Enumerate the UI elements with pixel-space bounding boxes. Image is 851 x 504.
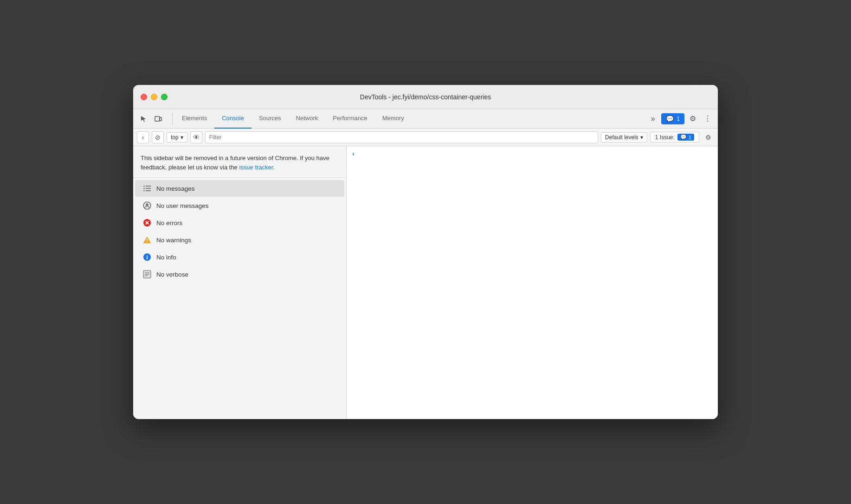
maximize-button[interactable] [161,94,168,100]
svg-text:i: i [146,254,148,261]
more-tabs-btn[interactable]: » [646,112,659,125]
tab-console[interactable]: Console [214,109,251,129]
warning-icon: ! [142,235,152,245]
issue-badge[interactable]: 💬 1 [661,113,684,124]
context-selector[interactable]: top ▾ [167,132,187,142]
tab-performance[interactable]: Performance [325,109,374,129]
verbose-icon [142,270,152,279]
issue-count-inner: 💬 1 [677,134,694,141]
console-prompt-chevron[interactable]: › [352,150,355,157]
main-content: This sidebar will be removed in a future… [133,146,718,419]
cursor-icon-btn[interactable] [137,112,150,125]
devtools-window: DevTools - jec.fyi/demo/css-container-qu… [133,85,718,419]
issue-tracker-link[interactable]: issue tracker [239,164,273,171]
console-prompt-area: › [347,146,718,161]
error-icon [142,218,152,227]
more-options-btn[interactable]: ⋮ [701,112,714,125]
console-settings-btn[interactable]: ⚙ [702,131,714,143]
close-button[interactable] [141,94,147,100]
filter-item-info[interactable]: i No info [135,249,344,265]
filter-item-errors[interactable]: No errors [135,214,344,231]
info-icon: i [142,252,152,262]
filter-item-user[interactable]: No user messages [135,197,344,214]
filter-item-warnings[interactable]: ! No warnings [135,232,344,248]
tab-elements[interactable]: Elements [174,109,214,129]
svg-rect-1 [160,117,161,121]
filter-item-verbose[interactable]: No verbose [135,266,344,283]
console-toolbar: ‹ ⊘ top ▾ 👁 Default levels ▾ 1 Issue: 💬 … [133,129,718,146]
device-toolbar-btn[interactable] [152,112,165,125]
block-btn[interactable]: ⊘ [152,131,164,143]
tab-memory[interactable]: Memory [375,109,412,129]
tabs-bar: Elements Console Sources Network Perform… [133,109,718,129]
user-icon [142,201,152,210]
traffic-lights [141,94,168,100]
title-bar: DevTools - jec.fyi/demo/css-container-qu… [133,85,718,109]
default-levels-btn[interactable]: Default levels ▾ [601,132,647,142]
toolbar-divider [172,113,173,124]
chevron-down-icon: ▾ [181,134,183,141]
eye-btn[interactable]: 👁 [190,131,202,143]
list-icon [142,184,152,193]
chevron-down-icon-levels: ▾ [640,134,643,141]
console-main: › [347,146,718,419]
tab-sources[interactable]: Sources [251,109,289,129]
sidebar-notice: This sidebar will be removed in a future… [133,146,346,178]
svg-text:!: ! [146,238,148,243]
settings-btn[interactable]: ⚙ [686,112,699,125]
tabs-right: » 💬 1 ⚙ ⋮ [646,112,714,125]
issue-count-badge[interactable]: 1 Issue: 💬 1 [650,132,699,142]
filter-item-all[interactable]: No messages [135,180,344,197]
svg-rect-0 [155,116,160,121]
issue-badge-icon: 💬 [666,115,674,123]
filter-list: No messages No user messages [133,178,346,285]
tab-network[interactable]: Network [289,109,326,129]
window-title: DevTools - jec.fyi/demo/css-container-qu… [360,93,491,101]
filter-input[interactable] [205,131,598,143]
main-toolbar-icons [137,112,165,125]
svg-point-11 [146,204,148,206]
console-sidebar: This sidebar will be removed in a future… [133,146,347,419]
back-btn[interactable]: ‹ [137,131,149,143]
minimize-button[interactable] [151,94,157,100]
